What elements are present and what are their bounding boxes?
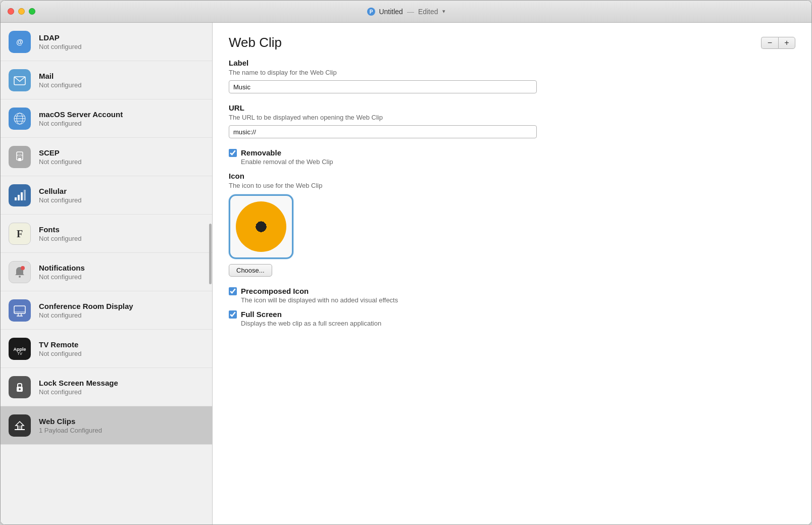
scep-status: Not configured — [39, 158, 204, 166]
removable-checkbox-wrapper: Removable — [229, 148, 795, 157]
sidebar-item-fonts[interactable]: F Fonts Not configured — [1, 215, 212, 253]
minimize-button[interactable] — [18, 8, 25, 15]
mail-icon — [9, 69, 31, 91]
sidebar-item-cellular[interactable]: Cellular Not configured — [1, 176, 212, 215]
sidebar-item-scep[interactable]: </> SCEP Not configured — [1, 138, 212, 176]
sidebar-item-mail[interactable]: Mail Not configured — [1, 61, 212, 99]
svg-rect-11 — [18, 158, 21, 161]
sidebar-item-notifications[interactable]: Notifications Not configured — [1, 253, 212, 291]
svg-rect-30 — [17, 426, 22, 430]
notifications-name: Notifications — [39, 263, 204, 273]
svg-point-18 — [19, 276, 21, 278]
precomposed-label: Precomposed Icon — [241, 287, 309, 295]
lock-screen-text: Lock Screen Message Not configured — [39, 378, 204, 396]
lock-screen-status: Not configured — [39, 388, 204, 396]
sidebar-item-tv-remote[interactable]: Apple TV TV Remote Not configured — [1, 330, 212, 368]
tv-remote-text: TV Remote Not configured — [39, 340, 204, 358]
svg-rect-13 — [15, 197, 17, 200]
header-buttons: − + — [761, 37, 795, 49]
ldap-status: Not configured — [39, 43, 204, 50]
label-field-hint: The name to display for the Web Clip — [229, 69, 795, 76]
precomposed-checkbox-wrapper: Precomposed Icon — [229, 287, 795, 295]
svg-text:TV: TV — [17, 351, 23, 356]
macos-server-status: Not configured — [39, 120, 204, 127]
removable-hint: Enable removal of the Web Clip — [241, 158, 795, 166]
content-area: @ LDAP Not configured Mail Not confi — [1, 23, 811, 524]
sidebar-item-conference[interactable]: Conference Room Display Not configured — [1, 291, 212, 330]
fullscreen-hint: Displays the web clip as a full screen a… — [241, 320, 795, 327]
webclips-text: Web Clips 1 Payload Configured — [39, 416, 204, 435]
music-icon-preview — [236, 201, 286, 252]
cellular-name: Cellular — [39, 186, 204, 196]
maximize-button[interactable] — [29, 8, 35, 15]
icon-section-hint: The icon to use for the Web Clip — [229, 182, 795, 189]
svg-text:F: F — [17, 228, 23, 239]
fonts-icon: F — [9, 223, 31, 245]
notifications-text: Notifications Not configured — [39, 263, 204, 281]
svg-text:@: @ — [16, 38, 23, 46]
svg-text:P: P — [370, 9, 373, 15]
label-field-label: Label — [229, 59, 795, 67]
url-group: URL The URL to be displayed when opening… — [229, 103, 795, 138]
fullscreen-checkbox-wrapper: Full Screen — [229, 310, 795, 319]
fullscreen-checkbox[interactable] — [229, 310, 237, 319]
fonts-status: Not configured — [39, 235, 204, 242]
mail-status: Not configured — [39, 81, 204, 89]
sidebar-item-macos-server[interactable]: macOS Server Account Not configured — [1, 99, 212, 138]
sidebar-scrollbar-thumb — [209, 224, 212, 284]
conference-name: Conference Room Display — [39, 301, 204, 311]
precomposed-hint: The icon will be displayed with no added… — [241, 296, 795, 304]
url-field-hint: The URL to be displayed when opening the… — [229, 114, 795, 121]
remove-payload-button[interactable]: − — [761, 37, 778, 49]
removable-group: Removable Enable removal of the Web Clip — [229, 148, 795, 166]
label-group: Label The name to display for the Web Cl… — [229, 59, 795, 93]
window-edited-state: Edited — [418, 8, 438, 16]
choose-icon-button[interactable]: Choose... — [229, 264, 272, 277]
sidebar-item-lock-screen[interactable]: Lock Screen Message Not configured — [1, 368, 212, 406]
notifications-icon — [9, 261, 31, 283]
svg-rect-16 — [24, 190, 26, 200]
url-field-label: URL — [229, 103, 795, 112]
webclips-name: Web Clips — [39, 416, 204, 427]
svg-point-28 — [19, 388, 21, 390]
cellular-status: Not configured — [39, 196, 204, 204]
add-payload-button[interactable]: + — [778, 37, 795, 49]
precomposed-checkbox[interactable] — [229, 287, 237, 295]
fonts-name: Fonts — [39, 225, 204, 235]
title-separator: — — [407, 8, 414, 16]
fonts-text: Fonts Not configured — [39, 225, 204, 243]
lock-screen-icon — [9, 376, 31, 398]
precomposed-group: Precomposed Icon The icon will be displa… — [229, 287, 795, 304]
sidebar-item-webclips[interactable]: Web Clips 1 Payload Configured — [1, 406, 212, 445]
icon-preview — [229, 194, 293, 259]
macos-server-name: macOS Server Account — [39, 110, 204, 120]
removable-checkbox[interactable] — [229, 149, 237, 157]
webclips-icon — [9, 414, 31, 437]
window-title: Untitled — [379, 8, 402, 16]
mail-name: Mail — [39, 71, 204, 81]
sidebar: @ LDAP Not configured Mail Not confi — [1, 23, 213, 524]
cellular-text: Cellular Not configured — [39, 186, 204, 204]
sidebar-scrollbar[interactable] — [208, 23, 212, 524]
form-area: Label The name to display for the Web Cl… — [213, 59, 811, 349]
window-controls — [8, 8, 35, 15]
fullscreen-group: Full Screen Displays the web clip as a f… — [229, 310, 795, 327]
title-chevron-icon[interactable]: ▾ — [442, 8, 445, 15]
notifications-status: Not configured — [39, 273, 204, 281]
scep-text: SCEP Not configured — [39, 148, 204, 166]
macos-server-icon — [9, 108, 31, 130]
svg-rect-15 — [21, 192, 23, 200]
ldap-text: LDAP Not configured — [39, 33, 204, 51]
scep-name: SCEP — [39, 148, 204, 158]
app-icon: P — [367, 7, 376, 16]
lock-screen-name: Lock Screen Message — [39, 378, 204, 388]
svg-text:</>: </> — [17, 153, 23, 158]
label-input[interactable] — [229, 80, 537, 93]
removable-label: Removable — [241, 148, 281, 157]
conference-status: Not configured — [39, 311, 204, 319]
conference-text: Conference Room Display Not configured — [39, 301, 204, 320]
url-input[interactable] — [229, 125, 537, 138]
sidebar-item-ldap[interactable]: @ LDAP Not configured — [1, 23, 212, 61]
close-button[interactable] — [8, 8, 14, 15]
tv-remote-name: TV Remote — [39, 340, 204, 350]
